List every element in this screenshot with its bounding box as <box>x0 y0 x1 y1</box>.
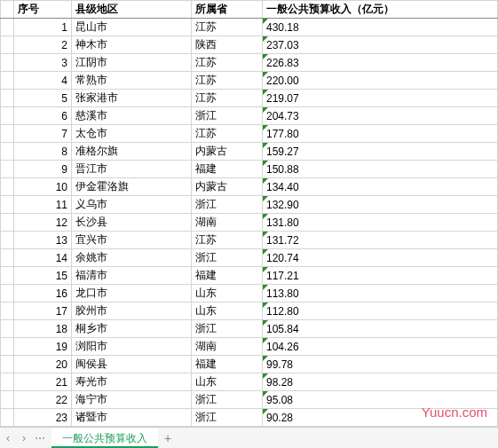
cell-region[interactable]: 海宁市 <box>72 391 192 409</box>
sheet-tab-active[interactable]: 一般公共预算收入 <box>51 428 158 448</box>
cell-province[interactable]: 江苏 <box>192 54 263 72</box>
cell-province[interactable]: 浙江 <box>192 196 263 214</box>
cell-revenue[interactable]: 204.73 <box>263 107 498 125</box>
cell-revenue[interactable]: 430.18 <box>263 19 498 36</box>
cell-revenue[interactable]: 132.90 <box>263 196 498 214</box>
cell-index[interactable]: 18 <box>14 320 72 338</box>
cell-index[interactable]: 1 <box>14 19 72 36</box>
header-province[interactable]: 所属省 <box>192 1 263 19</box>
cell-region[interactable]: 准格尔旗 <box>72 143 192 161</box>
cell-region[interactable]: 伊金霍洛旗 <box>72 178 192 196</box>
cell-index[interactable]: 2 <box>14 36 72 54</box>
cell-province[interactable]: 浙江 <box>192 107 263 125</box>
cell-region[interactable]: 宜兴市 <box>72 232 192 249</box>
cell-index[interactable]: 23 <box>14 409 72 427</box>
cell-index[interactable]: 21 <box>14 373 72 391</box>
cell-index[interactable]: 12 <box>14 214 72 232</box>
cell-region[interactable]: 浏阳市 <box>72 338 192 356</box>
cell-region[interactable]: 晋江市 <box>72 161 192 178</box>
cell-index[interactable]: 10 <box>14 178 72 196</box>
cell-region[interactable]: 神木市 <box>72 36 192 54</box>
cell-index[interactable]: 11 <box>14 196 72 214</box>
cell-province[interactable]: 山东 <box>192 285 263 303</box>
cell-revenue[interactable]: 219.07 <box>263 90 498 107</box>
cell-region[interactable]: 诸暨市 <box>72 409 192 427</box>
cell-region[interactable]: 慈溪市 <box>72 107 192 125</box>
cell-revenue[interactable]: 113.80 <box>263 285 498 303</box>
cell-index[interactable]: 5 <box>14 90 72 107</box>
cell-province[interactable]: 福建 <box>192 161 263 178</box>
cell-province[interactable]: 江苏 <box>192 125 263 143</box>
cell-province[interactable]: 浙江 <box>192 249 263 267</box>
cell-revenue[interactable]: 237.03 <box>263 36 498 54</box>
cell-index[interactable]: 7 <box>14 125 72 143</box>
header-region[interactable]: 县级地区 <box>72 1 192 19</box>
cell-revenue[interactable]: 150.88 <box>263 161 498 178</box>
cell-region[interactable]: 福清市 <box>72 267 192 285</box>
cell-revenue[interactable]: 117.21 <box>263 267 498 285</box>
cell-province[interactable]: 内蒙古 <box>192 143 263 161</box>
add-sheet-button[interactable]: + <box>158 431 178 445</box>
cell-index[interactable]: 3 <box>14 54 72 72</box>
cell-index[interactable]: 6 <box>14 107 72 125</box>
cell-region[interactable]: 闽侯县 <box>72 356 192 373</box>
cell-index[interactable]: 20 <box>14 356 72 373</box>
cell-region[interactable]: 胶州市 <box>72 303 192 320</box>
cell-province[interactable]: 浙江 <box>192 320 263 338</box>
cell-province[interactable]: 浙江 <box>192 409 263 427</box>
cell-revenue[interactable]: 104.26 <box>263 338 498 356</box>
cell-province[interactable]: 内蒙古 <box>192 178 263 196</box>
cell-index[interactable]: 14 <box>14 249 72 267</box>
cell-region[interactable]: 义乌市 <box>72 196 192 214</box>
cell-region[interactable]: 太仓市 <box>72 125 192 143</box>
cell-province[interactable]: 江苏 <box>192 90 263 107</box>
cell-revenue[interactable]: 220.00 <box>263 72 498 90</box>
cell-province[interactable]: 江苏 <box>192 232 263 249</box>
data-table[interactable]: 序号 县级地区 所属省 一般公共预算收入（亿元） 1昆山市江苏430.182神木… <box>0 0 498 427</box>
cell-revenue[interactable]: 131.72 <box>263 232 498 249</box>
cell-index[interactable]: 17 <box>14 303 72 320</box>
cell-revenue[interactable]: 177.80 <box>263 125 498 143</box>
cell-province[interactable]: 陕西 <box>192 36 263 54</box>
cell-region[interactable]: 余姚市 <box>72 249 192 267</box>
cell-index[interactable]: 15 <box>14 267 72 285</box>
cell-province[interactable]: 湖南 <box>192 214 263 232</box>
cell-index[interactable]: 4 <box>14 72 72 90</box>
cell-region[interactable]: 龙口市 <box>72 285 192 303</box>
cell-index[interactable]: 16 <box>14 285 72 303</box>
cell-revenue[interactable]: 226.83 <box>263 54 498 72</box>
cell-province[interactable]: 浙江 <box>192 391 263 409</box>
cell-revenue[interactable]: 112.80 <box>263 303 498 320</box>
cell-province[interactable]: 福建 <box>192 267 263 285</box>
cell-index[interactable]: 22 <box>14 391 72 409</box>
cell-revenue[interactable]: 131.80 <box>263 214 498 232</box>
cell-index[interactable]: 8 <box>14 143 72 161</box>
tab-nav-more[interactable]: ⋯ <box>32 432 48 444</box>
cell-index[interactable]: 19 <box>14 338 72 356</box>
cell-revenue[interactable]: 159.27 <box>263 143 498 161</box>
cell-index[interactable]: 13 <box>14 232 72 249</box>
cell-region[interactable]: 桐乡市 <box>72 320 192 338</box>
cell-province[interactable]: 山东 <box>192 373 263 391</box>
cell-region[interactable]: 长沙县 <box>72 214 192 232</box>
cell-index[interactable]: 9 <box>14 161 72 178</box>
cell-region[interactable]: 常熟市 <box>72 72 192 90</box>
header-index[interactable]: 序号 <box>14 1 72 19</box>
cell-region[interactable]: 江阴市 <box>72 54 192 72</box>
header-revenue[interactable]: 一般公共预算收入（亿元） <box>263 1 498 19</box>
cell-region[interactable]: 张家港市 <box>72 90 192 107</box>
cell-revenue[interactable]: 134.40 <box>263 178 498 196</box>
cell-province[interactable]: 江苏 <box>192 72 263 90</box>
cell-province[interactable]: 江苏 <box>192 19 263 36</box>
tab-nav-next[interactable]: › <box>16 432 32 444</box>
cell-revenue[interactable]: 98.28 <box>263 373 498 391</box>
cell-province[interactable]: 山东 <box>192 303 263 320</box>
cell-province[interactable]: 湖南 <box>192 338 263 356</box>
tab-nav-prev[interactable]: ‹ <box>0 432 16 444</box>
cell-revenue[interactable]: 120.74 <box>263 249 498 267</box>
cell-revenue[interactable]: 99.78 <box>263 356 498 373</box>
cell-region[interactable]: 寿光市 <box>72 373 192 391</box>
cell-region[interactable]: 昆山市 <box>72 19 192 36</box>
cell-revenue[interactable]: 105.84 <box>263 320 498 338</box>
cell-province[interactable]: 福建 <box>192 356 263 373</box>
